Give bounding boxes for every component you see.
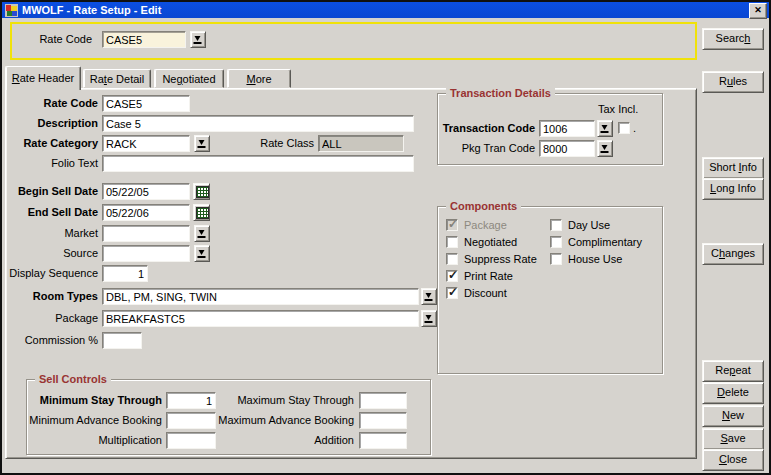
close-button[interactable]: ✕ (749, 3, 767, 19)
day-use-checkbox[interactable] (550, 219, 562, 231)
discount-checkbox[interactable] (446, 287, 458, 299)
short-info-button[interactable]: Short Info (702, 157, 764, 179)
display-sequence-input[interactable] (102, 265, 148, 282)
header-rate-code-input[interactable] (102, 31, 186, 48)
maximum-advance-booking-label: Maximum Advance Booking (177, 412, 354, 429)
source-input[interactable] (102, 245, 190, 262)
rate-header-tab-panel: Rate Code Description Rate Category Rate… (5, 88, 697, 459)
dropdown-arrow-icon (199, 140, 206, 148)
close-window-button[interactable]: Close (702, 449, 764, 471)
folio-text-input[interactable] (102, 155, 414, 172)
title-bar: MWOLF - Rate Setup - Edit ✕ (2, 2, 769, 18)
print-rate-checkbox-label: Print Rate (464, 270, 513, 283)
delete-button[interactable]: Delete (702, 382, 764, 404)
rate-category-label: Rate Category (6, 135, 98, 152)
close-icon: ✕ (754, 5, 762, 15)
components-title: Components (446, 199, 521, 213)
description-label: Description (6, 115, 98, 132)
room-types-input[interactable] (102, 288, 419, 305)
long-info-button[interactable]: Long Info (702, 178, 764, 200)
tab-rate-detail[interactable]: Rate Detail (83, 69, 151, 88)
end-sell-date-calendar-button[interactable] (193, 204, 210, 221)
package-input[interactable] (102, 310, 419, 327)
market-label: Market (6, 225, 98, 242)
app-icon (5, 4, 18, 17)
dropdown-arrow-icon (195, 36, 202, 44)
house-use-checkbox[interactable] (550, 253, 562, 265)
rate-category-dropdown-button[interactable] (194, 135, 210, 152)
rate-code-input[interactable] (102, 95, 190, 112)
suppress-rate-checkbox-label: Suppress Rate (464, 253, 537, 266)
tax-incl-suffix: . (633, 122, 636, 135)
transaction-code-input[interactable] (539, 120, 595, 137)
room-types-dropdown-button[interactable] (421, 288, 437, 305)
rate-code-label: Rate Code (6, 95, 98, 112)
commission-label: Commission % (6, 332, 98, 349)
maximum-stay-through-input[interactable] (359, 392, 407, 409)
source-dropdown-button[interactable] (194, 245, 210, 262)
tab-negotiated[interactable]: Negotiated (154, 69, 224, 88)
suppress-rate-checkbox[interactable] (446, 253, 458, 265)
dropdown-arrow-icon (426, 293, 433, 301)
package-dropdown-button[interactable] (421, 310, 437, 327)
complimentary-checkbox[interactable] (550, 236, 562, 248)
repeat-button[interactable]: Repeat (702, 360, 764, 382)
window-title: MWOLF - Rate Setup - Edit (22, 4, 161, 16)
description-input[interactable] (102, 115, 414, 132)
pkg-tran-code-dropdown-button[interactable] (597, 140, 613, 157)
calendar-icon (196, 186, 209, 198)
end-sell-date-input[interactable] (102, 204, 190, 221)
new-button[interactable]: New (702, 405, 764, 427)
complimentary-checkbox-label: Complimentary (568, 236, 642, 249)
window: MWOLF - Rate Setup - Edit ✕ Rate Code Se… (0, 0, 771, 475)
multiplication-label: Multiplication (27, 432, 162, 449)
sell-controls-group: Sell Controls Minimum Stay Through Maxim… (26, 379, 431, 455)
dropdown-arrow-icon (602, 145, 609, 153)
search-button[interactable]: Search (702, 28, 764, 50)
save-button[interactable]: Save (702, 428, 764, 450)
calendar-icon (196, 207, 209, 219)
source-label: Source (6, 245, 98, 262)
rate-class-field (318, 135, 404, 152)
display-sequence-label: Display Sequence (6, 265, 98, 282)
pkg-tran-code-label: Pkg Tran Code (438, 140, 535, 157)
day-use-checkbox-label: Day Use (568, 219, 610, 232)
dropdown-arrow-icon (199, 250, 206, 258)
components-group: Components Package Negotiated Suppress R… (437, 206, 663, 374)
transaction-details-group: Transaction Details Tax Incl. Transactio… (437, 93, 663, 165)
market-dropdown-button[interactable] (194, 225, 210, 242)
header-rate-code-label: Rate Code (12, 31, 92, 48)
negotiated-checkbox[interactable] (446, 236, 458, 248)
begin-sell-date-calendar-button[interactable] (193, 183, 210, 200)
pkg-tran-code-input[interactable] (539, 140, 595, 157)
package-label: Package (6, 310, 98, 327)
package-checkbox (446, 219, 458, 231)
commission-input[interactable] (102, 332, 142, 349)
transaction-code-dropdown-button[interactable] (597, 120, 613, 137)
dropdown-arrow-icon (602, 125, 609, 133)
discount-checkbox-label: Discount (464, 287, 507, 300)
tab-more[interactable]: More (227, 69, 291, 88)
header-rate-code-dropdown-button[interactable] (190, 31, 206, 48)
tax-incl-checkbox[interactable] (618, 122, 630, 134)
begin-sell-date-input[interactable] (102, 183, 190, 200)
house-use-checkbox-label: House Use (568, 253, 622, 266)
begin-sell-date-label: Begin Sell Date (6, 183, 98, 200)
tab-rate-header[interactable]: Rate Header (5, 66, 81, 90)
rate-code-query-panel: Rate Code (10, 22, 697, 60)
tax-incl-label: Tax Incl. (598, 103, 638, 116)
changes-button[interactable]: Changes (702, 243, 764, 265)
package-checkbox-label: Package (464, 219, 507, 232)
sell-controls-title: Sell Controls (35, 372, 111, 386)
minimum-stay-through-label: Minimum Stay Through (27, 392, 162, 409)
addition-input[interactable] (359, 432, 407, 449)
market-input[interactable] (102, 225, 190, 242)
dropdown-arrow-icon (426, 315, 433, 323)
maximum-stay-through-label: Maximum Stay Through (177, 392, 354, 409)
print-rate-checkbox[interactable] (446, 270, 458, 282)
rate-category-input[interactable] (102, 135, 190, 152)
maximum-advance-booking-input[interactable] (359, 412, 407, 429)
negotiated-checkbox-label: Negotiated (464, 236, 517, 249)
end-sell-date-label: End Sell Date (6, 204, 98, 221)
rules-button[interactable]: Rules (702, 71, 764, 93)
